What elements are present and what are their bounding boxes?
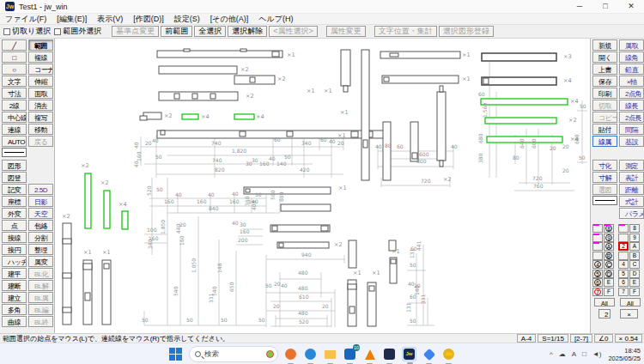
left-button-接線[interactable]: 接線 <box>2 232 27 243</box>
group-layer-4[interactable]: 4 <box>618 260 629 269</box>
left-button-2線[interactable]: 2線 <box>2 100 27 111</box>
layer-layer-9[interactable]: 9 <box>604 234 614 242</box>
layer-indicator-button[interactable]: [2-7] <box>570 334 592 343</box>
left-button-複写[interactable]: 複写 <box>28 112 53 123</box>
left-button-文字[interactable]: 文字 <box>2 76 27 87</box>
group-layer-0[interactable] <box>618 224 629 233</box>
window-icon[interactable]: □ <box>582 350 586 358</box>
left-button-包絡[interactable]: 包絡 <box>28 220 53 231</box>
left-button-接円[interactable]: 接円 <box>2 244 27 255</box>
layer-layer-8[interactable]: 8 <box>604 224 614 233</box>
left-button-AUTO[interactable]: AUTO <box>2 136 27 147</box>
left-button-曲線[interactable]: 曲線 <box>2 316 27 327</box>
console-icon[interactable] <box>382 347 397 361</box>
right-button-印刷[interactable]: 印刷 <box>592 88 617 99</box>
checkbox-clip-selection[interactable]: 切取り選択 <box>3 26 51 37</box>
left-button-○[interactable]: ○ <box>2 64 27 75</box>
left-button-2.5D[interactable]: 2.5D <box>28 184 53 195</box>
layer-layer-4[interactable]: 4 <box>592 260 603 269</box>
group-layer-3[interactable] <box>618 252 629 260</box>
left-button-記変[interactable]: 記変 <box>2 184 27 195</box>
group-layer-B[interactable]: B <box>629 252 640 260</box>
right-button-属取[interactable]: 属取 <box>619 39 644 51</box>
tray-chevron-icon[interactable]: ^ <box>550 350 553 358</box>
layer-layer-B[interactable]: B <box>604 252 614 260</box>
left-button-建立[interactable]: 建立 <box>2 292 27 303</box>
left-button-属変[interactable]: 属変 <box>28 256 53 267</box>
paper-size-button[interactable]: A-4 <box>517 334 536 343</box>
jw-classic-icon[interactable]: Jw <box>441 347 456 361</box>
left-button-多角[interactable]: 多角 <box>2 304 27 315</box>
left-button-中心線[interactable]: 中心線 <box>2 112 27 123</box>
group-layer-F[interactable]: F <box>629 288 640 296</box>
layer-layer-F[interactable]: F <box>604 288 614 296</box>
left-button-伸縮[interactable]: 伸縮 <box>28 76 53 87</box>
explorer-icon[interactable] <box>323 347 337 361</box>
left-button-ハッチ[interactable]: ハッチ <box>2 256 27 267</box>
toolbar-button-3[interactable]: 選択解除 <box>228 26 267 37</box>
left-button-天空[interactable]: 天空 <box>28 208 53 219</box>
menu-item-5[interactable]: [その他(A)] <box>205 14 253 25</box>
menu-item-6[interactable]: ヘルプ(H) <box>253 14 298 25</box>
layer-layer-3[interactable] <box>592 252 603 260</box>
right-button-開く[interactable]: 開く <box>592 52 617 63</box>
right-button-間隔[interactable]: 間隔 <box>619 124 644 135</box>
group-layer-8[interactable]: 8 <box>629 224 640 233</box>
photos-icon[interactable] <box>422 347 436 361</box>
vlc-icon[interactable] <box>362 347 377 361</box>
left-button-日影[interactable]: 日影 <box>28 196 53 207</box>
right-button-2点角[interactable]: 2点角 <box>619 88 644 99</box>
right-button-測定[interactable]: 測定 <box>619 160 644 171</box>
left-button-╱[interactable]: ╱ <box>2 39 27 51</box>
layer-layer-7[interactable]: 7 <box>592 288 603 296</box>
group-layer-D[interactable]: D <box>629 270 640 278</box>
group-layer-E[interactable]: E <box>629 278 640 287</box>
toolbar-button-2[interactable]: 全選択 <box>194 26 226 37</box>
right-button-寸解[interactable]: 寸解 <box>592 172 617 183</box>
group-layer-C[interactable]: C <box>629 260 640 269</box>
layer-layer-A[interactable]: A <box>604 242 614 251</box>
layer-layer-D[interactable]: D <box>604 270 614 278</box>
menu-item-4[interactable]: 設定(S) <box>169 14 205 25</box>
right-button-線長[interactable]: 線長 <box>619 100 644 111</box>
start-button[interactable] <box>169 348 182 361</box>
group-layer-7[interactable]: 7 <box>618 288 629 296</box>
jw-cad-icon[interactable]: Jw <box>402 347 416 361</box>
right-button-線角[interactable]: 線角 <box>619 52 644 63</box>
layer-all-button[interactable]: All <box>594 298 615 306</box>
layer-extra-close[interactable]: × <box>620 309 638 318</box>
left-button-面取[interactable]: 面取 <box>28 88 53 99</box>
right-button-貼付[interactable]: 貼付 <box>592 124 617 135</box>
taskbar-clock[interactable]: 18:45 2025/05/25 <box>608 347 641 362</box>
right-button-新規[interactable]: 新規 <box>592 39 617 51</box>
copilot-icon[interactable] <box>283 347 298 361</box>
maximize-button[interactable]: □ <box>592 0 618 13</box>
right-button-表計[interactable]: 表計 <box>619 172 644 183</box>
left-button-連線[interactable]: 連線 <box>2 124 27 135</box>
layer-extra-left[interactable]: 2 <box>598 309 611 318</box>
left-button-図形[interactable]: 図形 <box>2 160 27 171</box>
menu-item-2[interactable]: 表示(V) <box>92 14 128 25</box>
right-button-線属[interactable]: 線属 <box>592 136 617 147</box>
scale-button[interactable]: S=1/15 <box>538 334 568 343</box>
left-button-複線[interactable]: 複線 <box>28 52 53 63</box>
group-layer-9[interactable]: 9 <box>629 234 640 242</box>
layer-layer-E[interactable]: E <box>604 278 614 287</box>
right-button-式計[interactable]: 式計 <box>619 196 644 207</box>
left-button-点[interactable]: 点 <box>2 220 27 231</box>
layer-layer-1[interactable] <box>592 234 603 242</box>
right-button-距離[interactable]: 距離 <box>619 184 644 195</box>
layer-layer-0[interactable] <box>592 224 603 233</box>
right-button-鉛直[interactable]: 鉛直 <box>619 64 644 75</box>
right-button-保存[interactable]: 保存 <box>592 76 617 87</box>
group-all-button[interactable]: All <box>620 298 641 306</box>
left-button-移動[interactable]: 移動 <box>28 124 53 135</box>
right-button-パラメ[interactable]: パラメ <box>619 208 644 219</box>
left-button-コーナー[interactable]: コーナー <box>28 64 53 75</box>
group-layer-A[interactable]: A <box>629 242 640 251</box>
right-button-寸化[interactable]: 寸化 <box>592 160 617 171</box>
search-box[interactable]: 検索 <box>189 346 278 362</box>
angle-button[interactable]: ∠0 <box>594 334 613 343</box>
minimize-button[interactable]: ─ <box>567 0 592 13</box>
layer-layer-C[interactable]: C <box>604 260 614 269</box>
